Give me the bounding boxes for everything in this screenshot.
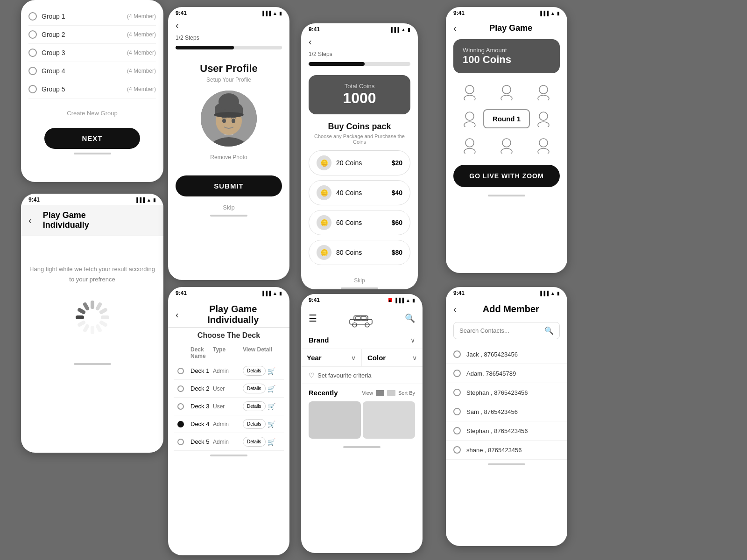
status-time-member: 9:41 <box>453 290 465 296</box>
skip-link-profile[interactable]: Skip <box>168 204 289 211</box>
svg-rect-7 <box>101 315 109 319</box>
home-indicator-loading <box>74 363 111 365</box>
back-arrow-member[interactable]: ‹ <box>453 304 457 315</box>
svg-rect-8 <box>99 320 108 328</box>
status-time-brand: 9:41 <box>309 297 320 303</box>
back-arrow-round[interactable]: ‹ <box>453 23 457 34</box>
deck-row-4[interactable]: Deck 4 Admin Details 🛒 <box>174 415 284 433</box>
signal-icon: ▐▐▐ <box>135 197 145 203</box>
contact-radio-3[interactable] <box>453 389 461 396</box>
grid-view-btn[interactable] <box>376 390 384 396</box>
year-filter[interactable]: Year ∨ <box>301 349 362 366</box>
group-item-4[interactable]: Group 4 (4 Member) <box>28 62 156 80</box>
deck-radio-5[interactable] <box>177 439 184 445</box>
deck-detail-btn-4[interactable]: Details <box>243 419 266 429</box>
deck-radio-4[interactable] <box>177 421 184 427</box>
skip-link-coins[interactable]: Skip <box>301 277 418 284</box>
coin-option-40[interactable]: 🪙 40 Coins $40 <box>309 180 410 205</box>
cart-icon-4[interactable]: 🛒 <box>268 420 275 428</box>
car-thumb-1[interactable] <box>309 401 361 439</box>
player-slot-6 <box>527 107 560 130</box>
cart-icon-1[interactable]: 🛒 <box>268 367 275 375</box>
go-live-button[interactable]: GO LIVE WITH ZOOM <box>453 165 560 187</box>
deck-type-4: Admin <box>213 421 241 427</box>
set-favourite-row[interactable]: ♡ Set favourite criteria <box>301 367 423 384</box>
group-item-3[interactable]: Group 3 (4 Member) <box>28 44 156 62</box>
contact-radio-5[interactable] <box>453 427 461 434</box>
group-radio-5[interactable] <box>28 85 37 93</box>
contact-item-3[interactable]: Stephan , 8765423456 <box>446 383 567 402</box>
deck-radio-2[interactable] <box>177 385 184 392</box>
back-arrow-coins[interactable]: ‹ <box>309 36 312 47</box>
deck-row-3[interactable]: Deck 3 User Details 🛒 <box>174 398 284 415</box>
group-radio-2[interactable] <box>28 30 37 39</box>
coin-option-80[interactable]: 🪙 80 Coins $80 <box>309 240 410 265</box>
player-avatar-6 <box>536 111 550 127</box>
car-thumb-2[interactable] <box>363 401 415 439</box>
contact-radio-2[interactable] <box>453 370 461 377</box>
two-filters: Year ∨ Color ∨ <box>301 349 423 367</box>
color-filter[interactable]: Color ∨ <box>362 349 423 366</box>
contact-item-6[interactable]: shane , 8765423456 <box>446 441 567 460</box>
deck-radio-3[interactable] <box>177 403 184 410</box>
search-input-member[interactable] <box>459 327 541 334</box>
battery-icon-m: ▮ <box>557 291 560 296</box>
deck-row-2[interactable]: Deck 2 User Details 🛒 <box>174 380 284 398</box>
search-icon-brand[interactable]: 🔍 <box>405 313 415 323</box>
deck-detail-btn-5[interactable]: Details <box>243 437 266 447</box>
deck-row-1[interactable]: Deck 1 Admin Details 🛒 <box>174 362 284 380</box>
contact-item-4[interactable]: Sam , 8765423456 <box>446 402 567 421</box>
remove-photo-link[interactable]: Remove Photo <box>176 154 282 161</box>
cart-icon-5[interactable]: 🛒 <box>268 438 275 446</box>
back-arrow-icon[interactable]: ‹ <box>28 215 32 226</box>
contact-radio-6[interactable] <box>453 446 461 454</box>
contact-name-2: Adam, 786545789 <box>466 370 516 377</box>
member-title: Add Member <box>462 304 560 315</box>
deck-radio-1[interactable] <box>177 368 184 374</box>
hamburger-icon[interactable]: ☰ <box>309 313 317 324</box>
svg-point-25 <box>502 85 511 94</box>
back-arrow-profile[interactable]: ‹ <box>176 20 179 31</box>
deck-row-5[interactable]: Deck 5 Admin Details 🛒 <box>174 433 284 451</box>
status-bar-profile: 9:41 ▐▐▐ ▲ ▮ <box>168 7 289 18</box>
contact-item-1[interactable]: Jack , 8765423456 <box>446 345 567 364</box>
group-radio-4[interactable] <box>28 67 37 75</box>
coin-amount-40: 40 Coins <box>336 189 362 196</box>
next-button[interactable]: NEXT <box>44 128 140 149</box>
group-item-5[interactable]: Group 5 (4 Member) <box>28 80 156 98</box>
player-avatar-4 <box>463 111 477 127</box>
heart-icon: ♡ <box>309 371 315 379</box>
phone-brand: 9:41 ● ▐▐▐ ▲ ▮ ☰ 🔍 Brand <box>301 294 423 553</box>
year-chevron-icon: ∨ <box>351 354 356 362</box>
group-radio-3[interactable] <box>28 49 37 57</box>
svg-rect-1 <box>76 315 84 319</box>
winning-label: Winning Amount <box>463 47 550 54</box>
coin-option-20[interactable]: 🪙 20 Coins $20 <box>309 150 410 175</box>
status-icons-round: ▐▐▐ ▲ ▮ <box>539 11 560 16</box>
deck-detail-btn-1[interactable]: Details <box>243 366 266 376</box>
deck-type-5: Admin <box>213 439 241 445</box>
contact-name-4: Sam , 8765423456 <box>466 408 518 415</box>
deck-title-line1: Play Game <box>209 304 257 314</box>
phone-groups: Group 1 (4 Member) Group 2 (4 Member) Gr… <box>21 0 163 182</box>
svg-rect-5 <box>95 302 102 311</box>
cart-icon-2[interactable]: 🛒 <box>268 385 275 392</box>
list-view-btn[interactable] <box>387 390 395 396</box>
contact-item-2[interactable]: Adam, 786545789 <box>446 364 567 383</box>
back-arrow-deck[interactable]: ‹ <box>176 309 179 320</box>
deck-detail-btn-2[interactable]: Details <box>243 384 266 393</box>
submit-button[interactable]: SUBMIT <box>176 175 282 196</box>
deck-detail-btn-3[interactable]: Details <box>243 401 266 411</box>
contact-radio-4[interactable] <box>453 408 461 415</box>
create-group-link[interactable]: Create New Group <box>21 102 163 124</box>
contact-item-5[interactable]: Stephan , 8765423456 <box>446 421 567 441</box>
cart-icon-3[interactable]: 🛒 <box>268 403 275 410</box>
status-icons-deck: ▐▐▐ ▲ ▮ <box>261 291 282 296</box>
brand-filter-row[interactable]: Brand ∨ <box>301 331 423 349</box>
contact-radio-1[interactable] <box>453 350 461 358</box>
wifi-icon-r: ▲ <box>550 11 555 16</box>
group-item-2[interactable]: Group 2 (4 Member) <box>28 26 156 44</box>
group-item-1[interactable]: Group 1 (4 Member) <box>28 7 156 26</box>
coin-option-60[interactable]: 🪙 60 Coins $60 <box>309 210 410 235</box>
group-radio-1[interactable] <box>28 12 37 21</box>
